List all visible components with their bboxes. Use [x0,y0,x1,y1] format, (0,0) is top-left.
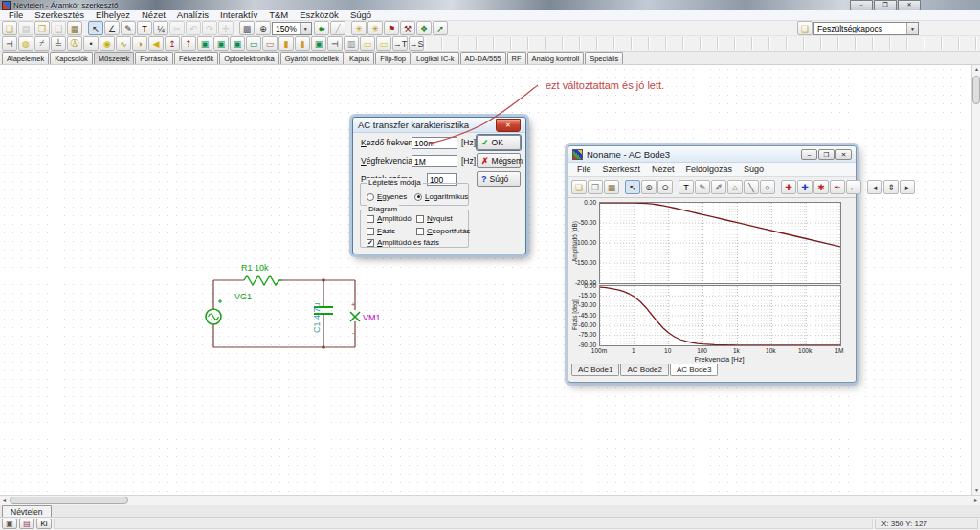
component-list-button[interactable]: ❏ [797,21,813,35]
wire2-button[interactable]: ⊣ [327,36,343,51]
ic2-button[interactable]: ▮ [295,36,310,51]
pin-button[interactable]: ↥ [165,36,180,51]
node-button[interactable]: • [83,36,99,51]
paste-button[interactable]: ▦ [604,180,619,194]
component-tab-2[interactable]: Műszerek [94,52,135,64]
circuit-drawing[interactable]: R1 10k VG1 C1 4,7u VM1 + - [196,256,388,362]
menu-item-5[interactable]: Interaktív [214,10,263,21]
linear-radio[interactable]: Egyenes [367,192,407,201]
generator-button[interactable]: ∿ [116,36,131,51]
open-button[interactable]: ❏ [571,180,587,194]
oscilloscope-button[interactable]: ▣ [197,36,212,51]
cleanup-button[interactable]: ❖ [416,21,432,35]
probe-button[interactable]: ⇡ [181,36,196,51]
last-component-button[interactable]: ●▾ [314,21,329,35]
phase-plot[interactable] [599,285,841,346]
voltmeter-button[interactable]: ◉ [100,36,115,51]
paste-button[interactable]: ▦ [67,21,82,35]
horizontal-scroll-thumb[interactable] [10,497,128,504]
chevron-down-icon[interactable]: ▼ [300,23,311,34]
menu-item-6[interactable]: T&M [263,10,294,21]
to-s-button[interactable]: →S [409,36,424,51]
analysis-button[interactable]: ⚒ [400,21,415,35]
menu-item-3[interactable]: Nézet [136,10,171,21]
zoom-out-button[interactable]: ⊖ [657,180,673,194]
speaker-button[interactable]: ◀ [148,36,164,51]
wire-tool-button[interactable]: ∠ [104,21,120,35]
signal-analyzer-button[interactable]: ▣ [213,36,229,51]
component-tab-3[interactable]: Források [135,52,173,64]
updown-button[interactable]: ⇕ [883,180,899,194]
amplitude-checkbox[interactable]: Amplitúdó [367,214,412,223]
component-tab-5[interactable]: Optoelektronika [219,52,279,64]
text-tool-button[interactable]: T [137,21,152,35]
chip-button[interactable]: ▥ [344,36,359,51]
bode-minimize-button[interactable]: – [801,149,817,160]
component-tab-7[interactable]: Kapuk [345,52,374,64]
component-tab-8[interactable]: Flip-flop [375,52,411,64]
to-t-button[interactable]: →T [392,36,408,51]
component-tab-13[interactable]: Speciális [585,52,623,64]
chevron-down-icon[interactable]: ▼ [906,23,918,34]
recorder-button[interactable]: ▭ [262,36,278,51]
next-button[interactable]: ▸ [900,180,915,194]
menu-item-7[interactable]: Eszközök [294,10,345,21]
zoom-in-button[interactable]: ⊕ [641,180,657,194]
open-folder-button[interactable]: ❐ [34,21,50,35]
logarithmic-radio[interactable]: Logaritmikus [414,192,468,201]
scroll-up-icon[interactable]: ▲ [972,65,980,74]
cursor-button[interactable]: ↖ [625,180,640,194]
menu-item-2[interactable]: Elhelyez [90,10,136,21]
shape-button[interactable]: ⌂ [727,180,743,194]
vertical-scrollbar[interactable]: ▲ ▼ [971,65,980,495]
component-tab-0[interactable]: Alapelemek [2,52,49,64]
run-button[interactable]: ➚ [433,21,448,35]
menu-item-1[interactable]: Szerkesztés [29,10,90,21]
menu-item-0[interactable]: File [3,10,29,21]
cursor-tool-button[interactable]: ↖ [88,21,103,35]
bode-menu-item-0[interactable]: File [571,165,597,174]
virtual-display-button[interactable]: ▣ [311,36,326,51]
bode-menu-item-3[interactable]: Feldolgozás [680,165,739,174]
bode-tab-1[interactable]: AC Bode2 [620,364,668,376]
horizontal-scrollbar[interactable]: ◄ ► [0,495,980,505]
component-tab-6[interactable]: Gyártói modellek [280,52,344,64]
component-select[interactable]: Feszültségkapocs▼ [813,22,919,35]
menu-item-4[interactable]: Analízis [171,10,214,21]
zoom-button[interactable]: ⊕ [256,21,271,35]
bode-menu-item-1[interactable]: Szerkeszt [597,165,647,174]
marker-pen-button[interactable]: ✒ [830,180,845,194]
design-tool-button[interactable]: ⚑ [384,21,399,35]
ok-button[interactable]: ✓OK [477,135,521,150]
voltmeter-symbol[interactable] [350,312,360,321]
resistor-symbol[interactable] [244,276,282,285]
marker-button[interactable]: ✱ [813,180,829,194]
switch-button[interactable]: ⌿ [34,36,50,51]
open-file-button[interactable]: ❏ [2,21,17,35]
component-tab-1[interactable]: Kapcsolók [50,52,93,64]
legend-button[interactable]: ⌐ [846,180,861,194]
component-tab-10[interactable]: AD-DA/555 [460,52,506,64]
bode-tab-2[interactable]: AC Bode3 [670,364,718,376]
signal-source-button[interactable]: ◑ [132,36,147,51]
ground-button[interactable]: ╧ [51,36,66,51]
component-tab-11[interactable]: RF [507,52,526,64]
grid-button[interactable]: ▩ [239,21,255,35]
optimization-button[interactable]: ✳ [351,21,367,35]
cancel-button[interactable]: ✗Mégsem [477,153,521,168]
symbol-tool-button[interactable]: ¼ [153,21,168,35]
bode-menu-item-2[interactable]: Nézet [646,165,680,174]
menu-item-8[interactable]: Súgó [345,10,377,21]
component-tab-12[interactable]: Analóg kontroll [527,52,585,64]
nyquist-checkbox[interactable]: Nyquist [416,214,453,223]
battery2-button[interactable]: ▭ [376,36,391,51]
chart-mode-button[interactable]: ▤ [19,519,34,529]
amplitude-plot[interactable] [599,202,841,284]
prev-button[interactable]: ◂ [867,180,882,194]
multimeter-button[interactable]: ▣ [230,36,245,51]
text-button[interactable]: T [679,180,694,194]
scroll-right-icon[interactable]: ► [971,497,980,505]
help-button[interactable]: ?Súgó [477,171,521,187]
ammeter-button[interactable]: Ⓐ [67,36,82,51]
start-frequency-input[interactable] [412,137,457,149]
